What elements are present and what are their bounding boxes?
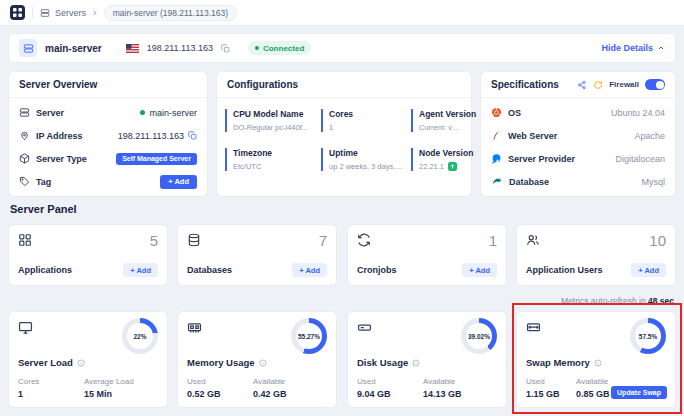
- server-load-donut: 22%: [122, 318, 158, 354]
- add-tag-button[interactable]: + Add: [160, 175, 197, 189]
- spec-row-os: OS Ubuntu 24.04: [491, 101, 665, 124]
- info-icon[interactable]: [259, 359, 267, 367]
- copy-icon[interactable]: [221, 44, 230, 53]
- specifications-header: Specifications Firewall: [481, 72, 675, 98]
- config-timezone: Timezone Etc/UTC: [225, 148, 313, 171]
- databases-label: Databases: [187, 265, 232, 275]
- overview-row-ip: IP Address 198.211.113.163: [19, 124, 197, 147]
- server-load-label: Server Load: [18, 357, 73, 368]
- update-swap-button[interactable]: Update Swap: [611, 386, 667, 399]
- overview-label: IP Address: [36, 131, 83, 141]
- stat-used: Used 0.52 GB: [187, 377, 253, 399]
- memory-icon: [187, 320, 202, 335]
- metric-card-memory-usage: 55.27% Memory Usage Used 0.52 GB Availab…: [177, 311, 337, 408]
- overview-row-server: Server main-server: [19, 101, 197, 124]
- server-tile-icon: [19, 39, 37, 57]
- databases-icon: [187, 233, 201, 247]
- memory-usage-percent: 55.27%: [298, 333, 320, 340]
- stat-available: Available 0.42 GB: [253, 377, 319, 399]
- server-dashboard: Servers › main-server (198.211.113.163) …: [0, 0, 684, 416]
- breadcrumb-current[interactable]: main-server (198.211.113.163): [104, 5, 237, 21]
- metrics-refresh-countdown: 48 sec: [648, 296, 674, 306]
- stat-available: Available 14.13 GB: [423, 377, 489, 399]
- application-users-label: Application Users: [526, 265, 603, 275]
- info-icon[interactable]: [412, 359, 420, 367]
- stat-used: Used 9.04 GB: [357, 377, 423, 399]
- swap-memory-icon: [526, 320, 541, 335]
- server-icon: [19, 107, 30, 118]
- breadcrumb-servers-label: Servers: [55, 8, 86, 18]
- applications-count: 5: [150, 233, 158, 248]
- disk-usage-label: Disk Usage: [357, 357, 408, 368]
- tag-icon: [19, 176, 30, 187]
- config-node-version: Node Version 22.21.1: [411, 148, 463, 171]
- server-ip: 198.211.113.163: [147, 43, 213, 53]
- node-update-icon: [448, 162, 457, 171]
- ubuntu-icon: [491, 107, 502, 118]
- add-application-user-button[interactable]: + Add: [631, 263, 666, 277]
- cronjobs-label: Cronjobs: [357, 265, 397, 275]
- configurations-card: Configurations CPU Model Name DO-Regular…: [216, 71, 472, 197]
- disk-usage-donut: 39.02%: [461, 318, 497, 354]
- configurations-grid: CPU Model Name DO-Regular pc-i440f... Co…: [217, 98, 471, 182]
- location-pin-icon: [19, 130, 30, 141]
- overview-row-server-type: Server Type Self Managed Server: [19, 147, 197, 170]
- info-icon[interactable]: [77, 359, 85, 367]
- add-cronjob-button[interactable]: + Add: [462, 263, 497, 277]
- share-icon[interactable]: [577, 80, 587, 90]
- info-icon[interactable]: [594, 359, 602, 367]
- chevron-right-icon: ›: [93, 7, 97, 18]
- users-icon: [526, 233, 540, 247]
- app-logo-icon[interactable]: [10, 5, 25, 20]
- copy-icon[interactable]: [188, 131, 197, 140]
- server-overview-card: Server Overview Server main-server: [8, 71, 208, 197]
- applications-label: Applications: [18, 265, 72, 275]
- disk-usage-percent: 39.02%: [468, 333, 490, 340]
- disk-icon: [357, 320, 372, 335]
- metrics-refresh-note: Metrics auto-refresh in 48 sec: [561, 296, 674, 306]
- metric-card-server-load: 22% Server Load Cores 1 Average Load 15 …: [8, 311, 168, 408]
- specifications-body: OS Ubuntu 24.04 Web Server Apache Server…: [481, 98, 675, 198]
- panel-card-applications[interactable]: 5 Applications + Add: [8, 224, 168, 286]
- panel-card-cronjobs[interactable]: 1 Cronjobs + Add: [347, 224, 507, 286]
- specifications-title: Specifications: [491, 79, 559, 90]
- cube-icon: [19, 153, 30, 164]
- config-cpu-model: CPU Model Name DO-Regular pc-i440f...: [225, 109, 313, 132]
- panel-card-application-users[interactable]: 10 Application Users + Add: [516, 224, 676, 286]
- server-header: main-server 198.211.113.163 Connected Hi…: [8, 33, 676, 63]
- databases-count: 7: [319, 233, 327, 248]
- status-dot: [255, 46, 259, 50]
- server-panel-title: Server Panel: [10, 203, 77, 215]
- topbar: Servers › main-server (198.211.113.163): [0, 0, 684, 26]
- metric-card-swap-memory: 57.5% Swap Memory Used 1.15 GB Available…: [516, 311, 676, 408]
- online-dot: [140, 110, 145, 115]
- breadcrumb-servers[interactable]: Servers: [40, 8, 86, 18]
- overview-label: Server: [36, 108, 64, 118]
- refresh-icon[interactable]: [593, 80, 603, 90]
- hide-details-label: Hide Details: [601, 43, 653, 53]
- panel-card-databases[interactable]: 7 Databases + Add: [177, 224, 337, 286]
- spec-row-database: Database Mysql: [491, 170, 665, 193]
- hide-details-button[interactable]: Hide Details: [601, 43, 665, 53]
- status-label: Connected: [263, 44, 304, 53]
- add-application-button[interactable]: + Add: [123, 263, 158, 277]
- server-name: main-server: [45, 43, 102, 54]
- digitalocean-icon: [491, 153, 502, 164]
- overview-server-value: main-server: [149, 108, 197, 118]
- metric-card-disk-usage: 39.02% Disk Usage Used 9.04 GB Available…: [347, 311, 507, 408]
- memory-usage-label: Memory Usage: [187, 357, 255, 368]
- server-type-badge: Self Managed Server: [116, 153, 197, 165]
- status-badge: Connected: [248, 41, 311, 55]
- add-database-button[interactable]: + Add: [292, 263, 327, 277]
- spec-row-provider: Server Provider Digitalocean: [491, 147, 665, 170]
- spec-row-web-server: Web Server Apache: [491, 124, 665, 147]
- applications-icon: [18, 233, 32, 247]
- config-cores: Cores 1: [321, 109, 403, 132]
- server-overview-title: Server Overview: [9, 72, 207, 98]
- cronjobs-count: 1: [489, 233, 497, 248]
- monitor-icon: [18, 320, 33, 335]
- stat-cores: Cores 1: [18, 377, 84, 399]
- firewall-toggle[interactable]: [645, 79, 665, 90]
- overview-label: Tag: [36, 177, 51, 187]
- servers-icon: [40, 8, 50, 18]
